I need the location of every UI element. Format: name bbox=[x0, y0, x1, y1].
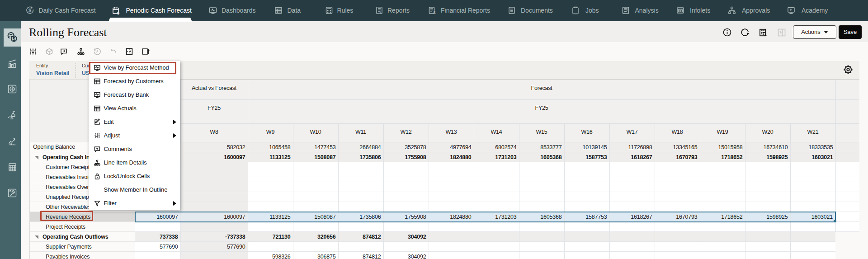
svg-text:$: $ bbox=[28, 8, 31, 13]
svg-text:¢: ¢ bbox=[380, 10, 382, 14]
svg-text:$: $ bbox=[117, 11, 119, 15]
svg-text:$: $ bbox=[433, 10, 435, 15]
svg-text:$: $ bbox=[13, 36, 15, 42]
